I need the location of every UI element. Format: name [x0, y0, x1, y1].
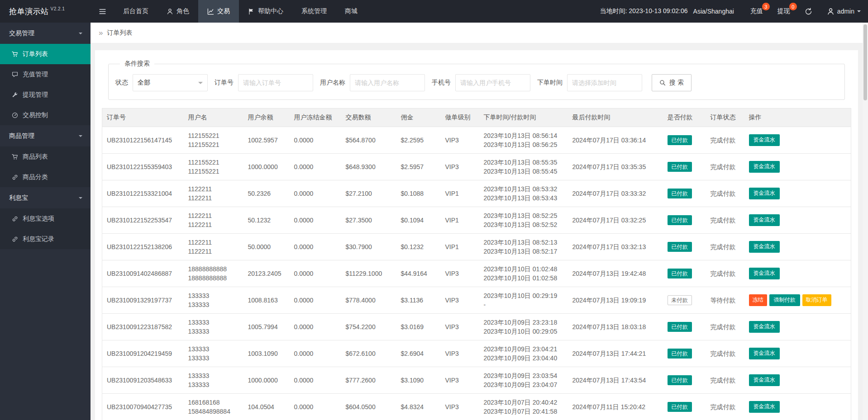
cell-username: 11222111122211	[184, 207, 243, 234]
cell-last-pay-time: 2024年07月13日 17:44:21	[568, 340, 663, 367]
force-pay-button[interactable]: 强制付款	[769, 294, 800, 306]
cell-order-pay-time: 2023年10月09日 23:03:542023年10月09日 23:04:07	[479, 367, 568, 394]
user-name-input[interactable]	[350, 74, 425, 91]
cell-order-status: 完成付款	[706, 340, 744, 367]
cell-commission: $2.2595	[396, 127, 441, 154]
phone-filter: 手机号	[432, 74, 530, 91]
app-root: 抢单演示站 V2.2.1 后台首页角色交易帮助中心系统管理商城 当地时间: 20…	[0, 0, 868, 420]
cell-last-pay-time: 2024年07月13日 17:43:54	[568, 367, 663, 394]
fund-flow-button[interactable]: 资金流水	[749, 321, 780, 332]
header-right: 当地时间: 2023-10-13 09:02:06 Asia/Shanghai …	[600, 0, 868, 23]
cell-frozen: 0.0000	[290, 394, 341, 420]
table-row: UB23100912231875821333331333331005.79940…	[102, 314, 851, 340]
top-nav-item[interactable]: 交易	[198, 0, 239, 23]
sidebar-group[interactable]: 利息宝	[0, 187, 91, 208]
page-scrollbar[interactable]	[863, 23, 868, 420]
admin-label: admin	[837, 8, 854, 15]
cell-amount: $27.2100	[341, 180, 396, 207]
cell-actions: 资金流水	[744, 154, 851, 180]
fund-flow-button[interactable]: 资金流水	[749, 348, 780, 359]
cell-actions: 资金流水	[744, 394, 851, 420]
cell-commission: $0.1088	[396, 180, 441, 207]
fund-flow-button[interactable]: 资金流水	[749, 268, 780, 279]
cancel-order-button[interactable]: 取消订单	[802, 294, 831, 306]
user-icon	[167, 8, 173, 15]
scrollbar-thumb[interactable]	[863, 24, 867, 100]
status-filter: 状态 全部	[115, 74, 208, 91]
orders-table: 订单号用户名用户余额用户冻结金额交易数额佣金做单级别下单时间/付款时间最后付款时…	[102, 108, 851, 420]
cell-actions: 资金流水	[744, 340, 851, 367]
control-icon	[12, 112, 18, 118]
local-time: 当地时间: 2023-10-13 09:02:06	[600, 7, 688, 15]
cell-username: 133333133333	[184, 340, 243, 367]
fund-flow-button[interactable]: 资金流水	[749, 374, 780, 386]
search-button[interactable]: 搜 索	[652, 74, 692, 91]
recharge-link[interactable]: 充值 3	[743, 0, 770, 23]
top-nav-item[interactable]: 系统管理	[292, 0, 336, 23]
fund-flow-button[interactable]: 资金流水	[749, 241, 780, 252]
top-nav-item[interactable]: 角色	[157, 0, 198, 23]
order-time-input[interactable]	[567, 74, 642, 91]
top-nav-item-label: 角色	[176, 7, 189, 15]
cell-paid: 已付款	[663, 260, 706, 287]
sidebar-item[interactable]: 商品分类	[0, 167, 91, 187]
sidebar-item[interactable]: 交易控制	[0, 105, 91, 125]
order-no-input[interactable]	[238, 74, 313, 91]
recharge-badge: 3	[762, 3, 770, 10]
table-row: UB23101221521382061122211112221150.00000…	[102, 234, 851, 260]
sidebar-item-label: 交易控制	[23, 111, 48, 119]
status-select[interactable]: 全部	[133, 74, 208, 91]
refresh-button[interactable]	[797, 0, 820, 23]
top-nav-item-label: 交易	[217, 7, 230, 15]
sidebar-item[interactable]: 利息宝记录	[0, 229, 91, 249]
column-header: 订单号	[102, 109, 184, 127]
sidebar-item[interactable]: 商品列表	[0, 146, 91, 167]
column-header: 交易数额	[341, 109, 396, 127]
fund-flow-button[interactable]: 资金流水	[749, 214, 780, 226]
sidebar-item[interactable]: 利息宝选项	[0, 208, 91, 229]
cell-order-pay-time: 2023年10月13日 08:53:322023年10月13日 08:53:43	[479, 180, 568, 207]
fund-flow-button[interactable]: 资金流水	[749, 134, 780, 146]
fund-flow-button[interactable]: 资金流水	[749, 161, 780, 172]
cell-commission: $4.8324	[396, 394, 441, 420]
cell-order-pay-time: 2023年10月10日 00:29:19-	[479, 287, 568, 314]
cell-frozen: 0.0000	[290, 207, 341, 234]
sidebar-group[interactable]: 交易管理	[0, 23, 91, 44]
cell-paid: 已付款	[663, 340, 706, 367]
breadcrumb-label: 订单列表	[107, 29, 132, 37]
top-nav-item[interactable]: 后台首页	[114, 0, 157, 23]
sidebar: 交易管理订单列表充值管理提现管理交易控制商品管理商品列表商品分类利息宝利息宝选项…	[0, 23, 91, 420]
cell-commission: $2.6904	[396, 340, 441, 367]
column-header: 订单状态	[706, 109, 744, 127]
paid-status-badge: 已付款	[668, 269, 692, 278]
cell-paid: 已付款	[663, 207, 706, 234]
sidebar-item[interactable]: 订单列表	[0, 44, 91, 64]
cell-order-pay-time: 2023年10月13日 08:56:142023年10月13日 08:56:25	[479, 127, 568, 154]
top-nav-item[interactable]: 帮助中心	[239, 0, 292, 23]
cell-balance: 50.0000	[243, 234, 290, 260]
freeze-button[interactable]: 冻结	[749, 294, 767, 306]
sidebar-group[interactable]: 商品管理	[0, 125, 91, 146]
cell-level: VIP1	[441, 207, 479, 234]
admin-menu[interactable]: admin	[820, 0, 868, 23]
cell-last-pay-time: 2024年07月13日 19:09:19	[568, 287, 663, 314]
cell-last-pay-time: 2024年07月11日 15:20:42	[568, 394, 663, 420]
table-wrap: 订单号用户名用户余额用户冻结金额交易数额佣金做单级别下单时间/付款时间最后付款时…	[102, 108, 851, 420]
sidebar-item-label: 商品分类	[23, 173, 48, 181]
table-row: UB23101221533210041122211112221150.23260…	[102, 180, 851, 207]
sidebar-item[interactable]: 提现管理	[0, 85, 91, 105]
fund-flow-button[interactable]: 资金流水	[749, 188, 780, 199]
cell-level: VIP3	[441, 314, 479, 340]
cell-paid: 已付款	[663, 367, 706, 394]
cell-order-no: UB2310091223187582	[102, 314, 184, 340]
cell-frozen: 0.0000	[290, 260, 341, 287]
sidebar-item[interactable]: 充值管理	[0, 64, 91, 85]
cell-commission: $3.1136	[396, 287, 441, 314]
withdraw-link[interactable]: 提现 0	[770, 0, 797, 23]
fund-flow-button[interactable]: 资金流水	[749, 401, 780, 412]
cell-last-pay-time: 2024年07月13日 18:03:18	[568, 314, 663, 340]
top-nav-item[interactable]: 商城	[336, 0, 367, 23]
chevron-down-icon	[79, 197, 82, 201]
menu-toggle-icon[interactable]	[91, 0, 114, 23]
phone-input[interactable]	[455, 74, 530, 91]
